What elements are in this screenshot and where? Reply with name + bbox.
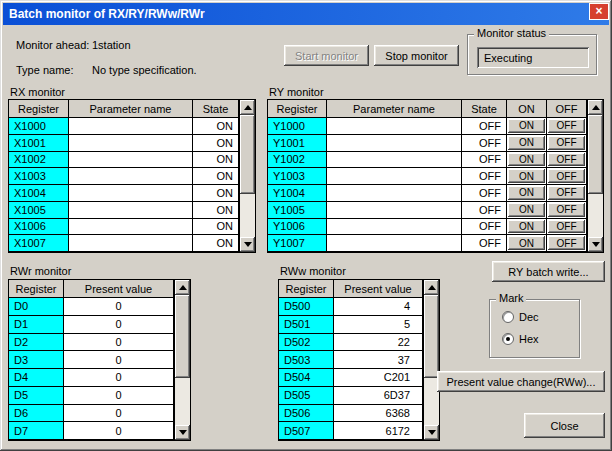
register-cell: Y1003 xyxy=(268,168,327,185)
ry-off-button[interactable]: OFF xyxy=(548,119,585,133)
scroll-up-button[interactable] xyxy=(240,100,255,115)
on-button-cell: ON xyxy=(507,202,547,219)
parameter-name-cell xyxy=(327,235,462,252)
scroll-down-button[interactable] xyxy=(175,425,190,440)
scroll-up-button[interactable] xyxy=(424,280,439,295)
scrollbar-thumb[interactable] xyxy=(424,295,439,378)
register-cell: D7 xyxy=(9,422,64,440)
register-cell: D501 xyxy=(279,316,334,334)
column-header: Register xyxy=(9,280,64,298)
column-header: Register xyxy=(268,100,327,118)
register-cell: D507 xyxy=(279,422,334,440)
rx-monitor-table: RegisterParameter nameStateX1000ONX1001O… xyxy=(8,99,256,253)
register-cell: D5 xyxy=(9,387,64,405)
scroll-up-button[interactable] xyxy=(588,100,603,115)
mark-group: Mark Dec Hex xyxy=(489,299,580,358)
state-cell: OFF xyxy=(462,152,507,169)
present-value-cell: 0 xyxy=(64,369,174,387)
title-bar[interactable]: Batch monitor of RX/RY/RWw/RWr xyxy=(3,3,609,25)
register-cell: X1006 xyxy=(9,219,69,236)
state-cell: ON xyxy=(193,168,239,185)
vertical-scrollbar[interactable] xyxy=(423,280,439,440)
ry-batch-write-button[interactable]: RY batch write... xyxy=(492,261,605,282)
vertical-scrollbar[interactable] xyxy=(239,100,255,252)
on-button-cell: ON xyxy=(507,168,547,185)
ry-off-button[interactable]: OFF xyxy=(548,136,585,150)
parameter-name-cell xyxy=(327,135,462,152)
close-button[interactable]: × xyxy=(589,3,609,20)
state-cell: ON xyxy=(193,219,239,236)
state-cell: ON xyxy=(193,152,239,169)
stop-monitor-button[interactable]: Stop monitor xyxy=(374,45,459,66)
register-cell: X1004 xyxy=(9,185,69,202)
ry-off-button[interactable]: OFF xyxy=(548,203,585,217)
vertical-scrollbar[interactable] xyxy=(174,280,190,440)
ry-on-button[interactable]: ON xyxy=(508,236,545,250)
scroll-down-button[interactable] xyxy=(588,237,603,252)
column-header: Register xyxy=(279,280,334,298)
monitor-status-field: Executing xyxy=(477,47,589,68)
register-cell: D506 xyxy=(279,405,334,423)
ry-on-button[interactable]: ON xyxy=(508,119,545,133)
scroll-down-icon xyxy=(179,430,187,435)
column-header: Parameter name xyxy=(69,100,193,118)
off-button-cell: OFF xyxy=(547,118,587,135)
table-row: D5056D37 xyxy=(279,387,423,405)
register-cell: X1001 xyxy=(9,135,69,152)
table-row: X1005ON xyxy=(9,202,239,219)
present-value-cell: 0 xyxy=(64,405,174,423)
parameter-name-cell xyxy=(327,168,462,185)
ry-off-button[interactable]: OFF xyxy=(548,169,585,183)
table-row: D5076172 xyxy=(279,422,423,440)
scroll-down-button[interactable] xyxy=(424,425,439,440)
register-cell: X1000 xyxy=(9,118,69,135)
parameter-name-cell xyxy=(327,118,462,135)
register-cell: D4 xyxy=(9,369,64,387)
monitor-status-group: Monitor status Executing xyxy=(467,34,597,75)
present-value-change-button[interactable]: Present value change(RWw)... xyxy=(437,371,605,392)
mark-hex-radio[interactable]: Hex xyxy=(502,333,539,345)
scrollbar-thumb[interactable] xyxy=(175,295,190,378)
ry-on-button[interactable]: ON xyxy=(508,136,545,150)
vertical-scrollbar[interactable] xyxy=(587,100,603,252)
start-monitor-button[interactable]: Start monitor xyxy=(284,45,369,66)
table-row: X1007ON xyxy=(9,235,239,252)
table-row: D5066368 xyxy=(279,405,423,423)
ry-on-button[interactable]: ON xyxy=(508,169,545,183)
register-cell: X1002 xyxy=(9,152,69,169)
parameter-name-cell xyxy=(69,185,193,202)
table-row: Y1004OFFONOFF xyxy=(268,185,587,202)
ry-on-button[interactable]: ON xyxy=(508,203,545,217)
table-row: D50222 xyxy=(279,334,423,352)
table-row: D5004 xyxy=(279,298,423,316)
present-value-cell: 22 xyxy=(334,334,423,352)
register-cell: D1 xyxy=(9,316,64,334)
ry-off-button[interactable]: OFF xyxy=(548,153,585,167)
rww-monitor-title: RWw monitor xyxy=(280,265,346,277)
scroll-up-button[interactable] xyxy=(175,280,190,295)
table-row: Y1002OFFONOFF xyxy=(268,152,587,169)
register-cell: X1007 xyxy=(9,235,69,252)
scrollbar-thumb[interactable] xyxy=(240,115,255,194)
mark-dec-radio[interactable]: Dec xyxy=(502,311,539,323)
ry-off-button[interactable]: OFF xyxy=(548,220,585,234)
ry-on-button[interactable]: ON xyxy=(508,220,545,234)
ry-monitor-title: RY monitor xyxy=(269,86,324,98)
column-header: OFF xyxy=(547,100,587,118)
state-cell: OFF xyxy=(462,235,507,252)
table-row: D00 xyxy=(9,298,174,316)
scroll-down-button[interactable] xyxy=(240,237,255,252)
close-dialog-button[interactable]: Close xyxy=(524,413,605,438)
ry-on-button[interactable]: ON xyxy=(508,186,545,200)
present-value-cell: 0 xyxy=(64,387,174,405)
ry-off-button[interactable]: OFF xyxy=(548,236,585,250)
table-row: D40 xyxy=(9,369,174,387)
scroll-up-icon xyxy=(179,285,187,290)
state-cell: ON xyxy=(193,235,239,252)
parameter-name-cell xyxy=(327,219,462,236)
ry-off-button[interactable]: OFF xyxy=(548,186,585,200)
ry-on-button[interactable]: ON xyxy=(508,153,545,167)
scrollbar-thumb[interactable] xyxy=(588,115,603,194)
register-cell: Y1001 xyxy=(268,135,327,152)
off-button-cell: OFF xyxy=(547,202,587,219)
